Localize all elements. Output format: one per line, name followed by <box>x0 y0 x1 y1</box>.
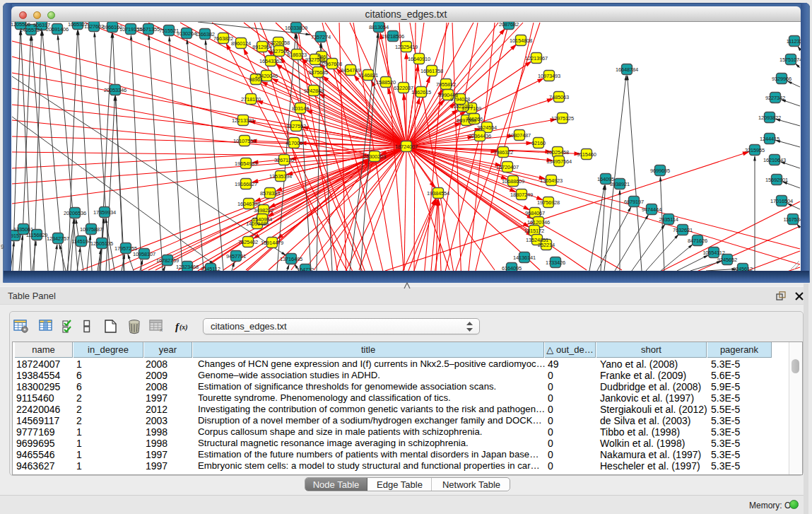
svg-text:1540994: 1540994 <box>252 216 272 223</box>
svg-text:8186323: 8186323 <box>287 52 307 58</box>
svg-text:x: x <box>160 327 163 333</box>
svg-text:3875685: 3875685 <box>308 69 328 76</box>
svg-text:1733426: 1733426 <box>546 259 565 266</box>
svg-text:9457791: 9457791 <box>226 253 246 259</box>
svg-text:1327602: 1327602 <box>84 23 104 30</box>
svg-text:19756928: 19756928 <box>537 199 560 206</box>
svg-text:7345112: 7345112 <box>201 266 220 271</box>
svg-text:10958107: 10958107 <box>133 251 155 257</box>
svg-text:12213967: 12213967 <box>525 55 548 62</box>
svg-text:164732: 164732 <box>297 267 314 271</box>
svg-text:1815172: 1815172 <box>524 228 544 234</box>
svg-text:7485063: 7485063 <box>549 94 569 100</box>
svg-text:1167534: 1167534 <box>783 216 801 223</box>
svg-text:16782759: 16782759 <box>156 257 179 264</box>
svg-text:15720407: 15720407 <box>496 164 519 170</box>
svg-text:9699695: 9699695 <box>650 168 670 174</box>
svg-text:13226058: 13226058 <box>267 40 290 46</box>
svg-text:1362615: 1362615 <box>411 89 431 95</box>
svg-text:1166382: 1166382 <box>195 31 214 37</box>
svg-text:16648784: 16648784 <box>616 66 638 73</box>
svg-text:803144: 803144 <box>292 105 309 112</box>
svg-text:16961758: 16961758 <box>420 68 443 74</box>
svg-text:12323468: 12323468 <box>176 264 199 270</box>
svg-text:11156829: 11156829 <box>26 232 48 238</box>
svg-text:8960124: 8960124 <box>231 40 251 47</box>
svg-text:9130264: 9130264 <box>177 30 196 37</box>
svg-text:18807249: 18807249 <box>510 192 533 198</box>
svg-text:9227342: 9227342 <box>765 95 785 101</box>
svg-text:19166827: 19166827 <box>235 181 257 187</box>
svg-text:19384554: 19384554 <box>427 190 449 197</box>
svg-text:10688609: 10688609 <box>502 178 524 185</box>
svg-text:7663822: 7663822 <box>213 35 233 42</box>
svg-text:9427552: 9427552 <box>286 123 306 129</box>
svg-text:7986322: 7986322 <box>493 149 513 156</box>
svg-text:7955812: 7955812 <box>436 81 456 88</box>
svg-text:15751074: 15751074 <box>779 57 801 63</box>
svg-text:98961: 98961 <box>249 76 263 83</box>
svg-text:6322037: 6322037 <box>394 85 413 91</box>
svg-text:12505135: 12505135 <box>90 240 113 247</box>
svg-text:3498222: 3498222 <box>254 207 273 214</box>
svg-text:134957564: 134957564 <box>546 158 572 165</box>
svg-text:20364436: 20364436 <box>469 133 491 139</box>
svg-text:8990448: 8990448 <box>438 92 458 98</box>
svg-text:16210643: 16210643 <box>763 157 786 163</box>
svg-text:7625402: 7625402 <box>238 239 258 245</box>
svg-text:12213381: 12213381 <box>232 117 254 124</box>
svg-text:6164095: 6164095 <box>502 265 522 271</box>
svg-text:1588520: 1588520 <box>376 79 396 86</box>
svg-text:62160: 62160 <box>531 140 546 146</box>
svg-text:16640910: 16640910 <box>408 56 430 62</box>
svg-text:8578333: 8578333 <box>260 190 280 197</box>
svg-text:16046798: 16046798 <box>237 201 260 207</box>
svg-text:12975125: 12975125 <box>551 115 574 122</box>
svg-text:9474444: 9474444 <box>642 206 661 213</box>
svg-text:10107553: 10107553 <box>233 138 256 144</box>
svg-text:1621022: 1621022 <box>453 103 473 110</box>
svg-text:3215955: 3215955 <box>745 147 765 153</box>
svg-text:252214: 252214 <box>538 242 555 248</box>
svg-text:9146821: 9146821 <box>358 72 378 78</box>
svg-text:2087682: 2087682 <box>499 22 519 28</box>
svg-text:10025458: 10025458 <box>546 149 569 156</box>
svg-text:9115460: 9115460 <box>577 151 596 158</box>
svg-text:12342757: 12342757 <box>47 235 69 242</box>
svg-text:9329966: 9329966 <box>772 76 792 82</box>
svg-text:14136141: 14136141 <box>513 255 536 261</box>
svg-text:10807487: 10807487 <box>508 132 531 139</box>
svg-text:16671355: 16671355 <box>137 26 160 33</box>
svg-text:12325419: 12325419 <box>395 44 418 50</box>
svg-text:10654112: 10654112 <box>702 250 724 256</box>
svg-text:19654983: 19654983 <box>235 160 257 167</box>
svg-text:2935114: 2935114 <box>659 216 678 223</box>
svg-text:417006: 417006 <box>286 140 302 146</box>
svg-text:7515521: 7515521 <box>159 28 179 34</box>
svg-text:17359934: 17359934 <box>93 209 116 216</box>
svg-text:746266: 746266 <box>466 116 483 122</box>
svg-text:17016504: 17016504 <box>770 198 793 204</box>
svg-text:20691406: 20691406 <box>46 26 69 33</box>
svg-text:13716485: 13716485 <box>280 256 302 262</box>
svg-text:8938921: 8938921 <box>610 181 630 187</box>
svg-text:16120746: 16120746 <box>527 219 550 226</box>
svg-text:20053346: 20053346 <box>104 87 126 93</box>
svg-text:12093822: 12093822 <box>758 115 781 121</box>
svg-text:15692901: 15692901 <box>765 177 788 183</box>
svg-text:16033809: 16033809 <box>285 25 307 31</box>
svg-text:20206536: 20206536 <box>64 210 86 216</box>
svg-text:2718170: 2718170 <box>241 96 261 103</box>
svg-text:13654923: 13654923 <box>540 177 563 184</box>
svg-text:10973493: 10973493 <box>538 73 560 79</box>
svg-text:7632621: 7632621 <box>673 227 693 233</box>
svg-text:9684067: 9684067 <box>525 210 545 216</box>
svg-text:13535394: 13535394 <box>269 173 292 180</box>
svg-text:111233: 111233 <box>787 38 801 45</box>
svg-text:39157: 39157 <box>11 233 22 239</box>
svg-text:19218506: 19218506 <box>382 33 404 40</box>
svg-text:1145194: 1145194 <box>71 238 90 245</box>
svg-text:3267130: 3267130 <box>274 157 294 163</box>
svg-text:10975887: 10975887 <box>80 226 102 233</box>
svg-text:6879197: 6879197 <box>624 199 644 205</box>
